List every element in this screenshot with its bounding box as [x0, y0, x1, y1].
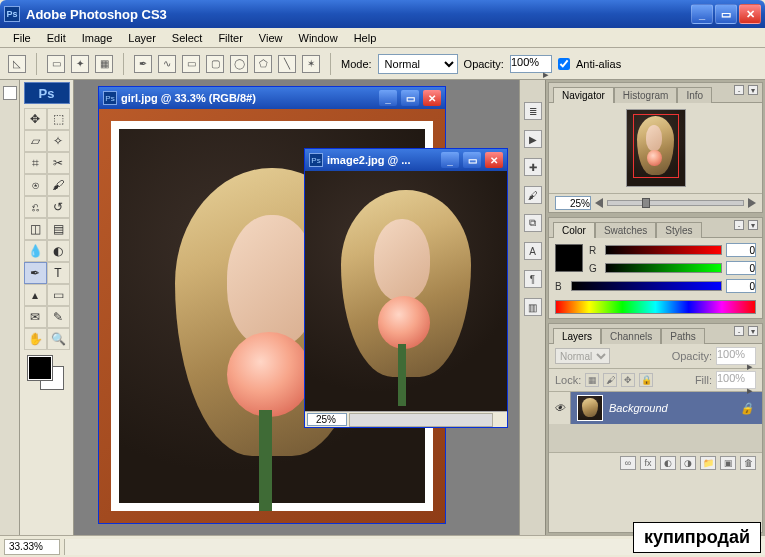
navigator-zoom-in-icon[interactable]	[748, 198, 756, 208]
panel-menu-icon[interactable]: ▾	[748, 326, 758, 336]
marquee-tool[interactable]: ⬚	[47, 108, 70, 130]
navigator-thumbnail[interactable]	[626, 109, 686, 187]
panel-collapse-icon[interactable]: -	[734, 326, 744, 336]
layer-visibility-icon[interactable]: 👁	[549, 392, 571, 424]
menu-image[interactable]: Image	[75, 30, 120, 46]
clone-source-dock-icon[interactable]: ⧉	[524, 214, 542, 232]
doc2-hscroll[interactable]	[349, 413, 493, 427]
menu-select[interactable]: Select	[165, 30, 210, 46]
doc2-maximize-button[interactable]: ▭	[463, 152, 481, 168]
pen-icon[interactable]: ✒	[134, 55, 152, 73]
tool-preset-icon[interactable]: ◺	[8, 55, 26, 73]
doc2-canvas[interactable]	[305, 171, 507, 411]
color-swatches-tool[interactable]	[24, 356, 70, 394]
layer-opacity-input[interactable]: 100%	[716, 347, 756, 365]
lasso-tool[interactable]: ▱	[24, 130, 47, 152]
layer-comps-dock-icon[interactable]: ▥	[524, 298, 542, 316]
brush-tool[interactable]: 🖌	[47, 174, 70, 196]
lock-position-icon[interactable]: ✥	[621, 373, 635, 387]
tab-navigator[interactable]: Navigator	[553, 87, 614, 103]
lock-transparency-icon[interactable]: ▦	[585, 373, 599, 387]
heal-tool[interactable]: ⍟	[24, 174, 47, 196]
menu-file[interactable]: File	[6, 30, 38, 46]
color-g-slider[interactable]	[605, 263, 722, 273]
crop-tool[interactable]: ⌗	[24, 152, 47, 174]
path-select-tool[interactable]: ▴	[24, 284, 47, 306]
eraser-tool[interactable]: ◫	[24, 218, 47, 240]
layer-row-background[interactable]: 👁 Background 🔒	[549, 392, 762, 424]
actions-dock-icon[interactable]: ▶	[524, 130, 542, 148]
rounded-rect-icon[interactable]: ▢	[206, 55, 224, 73]
shape-tool[interactable]: ▭	[47, 284, 70, 306]
adjustment-layer-icon[interactable]: ◑	[680, 456, 696, 470]
paragraph-dock-icon[interactable]: ¶	[524, 270, 542, 288]
tool-presets-dock-icon[interactable]: ✚	[524, 158, 542, 176]
panel-menu-icon[interactable]: ▾	[748, 220, 758, 230]
tab-histogram[interactable]: Histogram	[614, 87, 678, 103]
new-layer-icon[interactable]: ▣	[720, 456, 736, 470]
panel-menu-icon[interactable]: ▾	[748, 85, 758, 95]
navigator-zoom-slider[interactable]	[607, 200, 744, 206]
window-close-button[interactable]: ✕	[739, 4, 761, 24]
type-tool[interactable]: T	[47, 262, 70, 284]
layer-fill-input[interactable]: 100%	[716, 371, 756, 389]
navigator-zoom-out-icon[interactable]	[595, 198, 603, 208]
color-r-input[interactable]	[726, 243, 756, 257]
menu-view[interactable]: View	[252, 30, 290, 46]
doc1-maximize-button[interactable]: ▭	[401, 90, 419, 106]
tab-paths[interactable]: Paths	[661, 328, 705, 344]
doc1-minimize-button[interactable]: _	[379, 90, 397, 106]
navigator-zoom-input[interactable]	[555, 196, 591, 210]
menu-window[interactable]: Window	[292, 30, 345, 46]
navigator-viewport-box[interactable]	[633, 114, 679, 178]
wand-tool[interactable]: ✧	[47, 130, 70, 152]
menu-help[interactable]: Help	[347, 30, 384, 46]
tab-styles[interactable]: Styles	[656, 222, 701, 238]
doc2-close-button[interactable]: ✕	[485, 152, 503, 168]
custom-shape-icon[interactable]: ✶	[302, 55, 320, 73]
paths-icon[interactable]: ✦	[71, 55, 89, 73]
antialias-checkbox[interactable]	[558, 58, 570, 70]
history-dock-icon[interactable]: ≣	[524, 102, 542, 120]
layer-group-icon[interactable]: 📁	[700, 456, 716, 470]
panel-collapse-icon[interactable]: -	[734, 85, 744, 95]
stamp-tool[interactable]: ⎌	[24, 196, 47, 218]
color-g-input[interactable]	[726, 261, 756, 275]
pen-tool[interactable]: ✒	[24, 262, 47, 284]
opacity-input[interactable]: 100%	[510, 55, 552, 73]
rectangle-shape-icon[interactable]: ▭	[182, 55, 200, 73]
panel-collapse-icon[interactable]: -	[734, 220, 744, 230]
tab-channels[interactable]: Channels	[601, 328, 661, 344]
gutter-icon[interactable]	[3, 86, 17, 100]
line-shape-icon[interactable]: ╲	[278, 55, 296, 73]
ellipse-shape-icon[interactable]: ◯	[230, 55, 248, 73]
dodge-tool[interactable]: ◐	[47, 240, 70, 262]
freeform-pen-icon[interactable]: ∿	[158, 55, 176, 73]
tab-info[interactable]: Info	[677, 87, 712, 103]
link-layers-icon[interactable]: ∞	[620, 456, 636, 470]
blur-tool[interactable]: 💧	[24, 240, 47, 262]
move-tool[interactable]: ✥	[24, 108, 47, 130]
tab-swatches[interactable]: Swatches	[595, 222, 656, 238]
window-minimize-button[interactable]: _	[691, 4, 713, 24]
layer-style-icon[interactable]: fx	[640, 456, 656, 470]
color-b-slider[interactable]	[571, 281, 722, 291]
blend-mode-select[interactable]: Normal	[378, 54, 458, 74]
menu-filter[interactable]: Filter	[211, 30, 249, 46]
tab-color[interactable]: Color	[553, 222, 595, 238]
lock-all-icon[interactable]: 🔒	[639, 373, 653, 387]
doc2-zoom-field[interactable]: 25%	[307, 413, 347, 426]
layer-thumbnail[interactable]	[577, 395, 603, 421]
fill-pixels-icon[interactable]: ▦	[95, 55, 113, 73]
tab-layers[interactable]: Layers	[553, 328, 601, 344]
zoom-tool[interactable]: 🔍	[47, 328, 70, 350]
doc1-close-button[interactable]: ✕	[423, 90, 441, 106]
history-brush-tool[interactable]: ↺	[47, 196, 70, 218]
notes-tool[interactable]: ✉	[24, 306, 47, 328]
status-zoom[interactable]: 33.33%	[4, 539, 60, 555]
hand-tool[interactable]: ✋	[24, 328, 47, 350]
window-maximize-button[interactable]: ▭	[715, 4, 737, 24]
foreground-color-swatch[interactable]	[28, 356, 52, 380]
color-spectrum[interactable]	[555, 300, 756, 314]
character-dock-icon[interactable]: A	[524, 242, 542, 260]
